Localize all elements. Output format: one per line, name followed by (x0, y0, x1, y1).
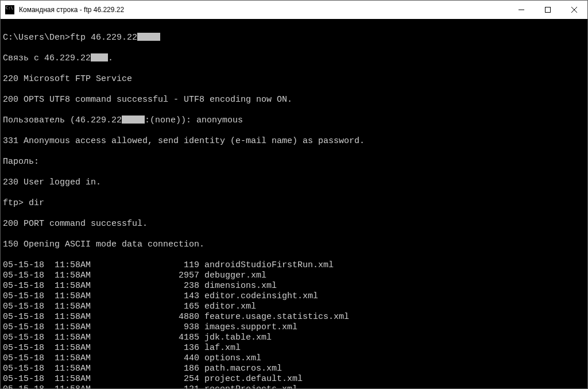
redacted-block (91, 53, 108, 61)
file-row: 05-15-18 11:58AM 238 dimensions.xml (3, 281, 585, 291)
output-line: 220 Microsoft FTP Service (3, 74, 585, 84)
window-title: Командная строка - ftp 46.229.22 (19, 6, 508, 14)
file-row: 05-15-18 11:58AM 938 images.support.xml (3, 322, 585, 333)
svg-rect-1 (546, 7, 551, 12)
terminal-output[interactable]: C:\Users\Den>ftp 46.229.22 Связь с 46.22… (1, 19, 587, 388)
output-line: Связь с 46.229.22. (3, 53, 585, 64)
file-row: 05-15-18 11:58AM 165 editor.xml (3, 302, 585, 312)
file-row: 05-15-18 11:58AM 4880 feature.usage.stat… (3, 312, 585, 322)
prompt-line: C:\Users\Den>ftp 46.229.22 (3, 33, 585, 43)
output-line: 230 User logged in. (3, 178, 585, 188)
close-icon (571, 7, 577, 13)
file-row: 05-15-18 11:58AM 440 options.xml (3, 353, 585, 364)
maximize-icon (545, 7, 551, 13)
output-line: ftp> dir (3, 198, 585, 209)
file-row: 05-15-18 11:58AM 143 editor.codeinsight.… (3, 291, 585, 302)
output-line: 200 PORT command successful. (3, 219, 585, 229)
file-row: 05-15-18 11:58AM 121 recentProjects.xml (3, 384, 585, 388)
titlebar[interactable]: Командная строка - ftp 46.229.22 (1, 1, 587, 19)
output-line: 331 Anonymous access allowed, send ident… (3, 136, 585, 147)
window-controls (508, 1, 587, 19)
cmd-icon (5, 5, 14, 14)
cmd-window: Командная строка - ftp 46.229.22 C:\User… (0, 0, 588, 389)
minimize-icon (519, 7, 524, 13)
minimize-button[interactable] (508, 1, 535, 18)
file-row: 05-15-18 11:58AM 2957 debugger.xml (3, 271, 585, 281)
file-row: 05-15-18 11:58AM 119 androidStudioFirstR… (3, 260, 585, 271)
file-listing: 05-15-18 11:58AM 119 androidStudioFirstR… (3, 260, 585, 388)
redacted-block (122, 115, 145, 124)
maximize-button[interactable] (535, 1, 561, 18)
redacted-block (137, 33, 160, 41)
output-line: Пользователь (46.229.22:(none)): anonymo… (3, 115, 585, 126)
close-button[interactable] (561, 1, 587, 18)
file-row: 05-15-18 11:58AM 254 project.default.xml (3, 374, 585, 384)
file-row: 05-15-18 11:58AM 186 path.macros.xml (3, 364, 585, 374)
file-row: 05-15-18 11:58AM 4185 jdk.table.xml (3, 333, 585, 343)
output-line: Пароль: (3, 157, 585, 167)
output-line: 200 OPTS UTF8 command successful - UTF8 … (3, 95, 585, 105)
output-line: 150 Opening ASCII mode data connection. (3, 240, 585, 250)
file-row: 05-15-18 11:58AM 136 laf.xml (3, 343, 585, 353)
